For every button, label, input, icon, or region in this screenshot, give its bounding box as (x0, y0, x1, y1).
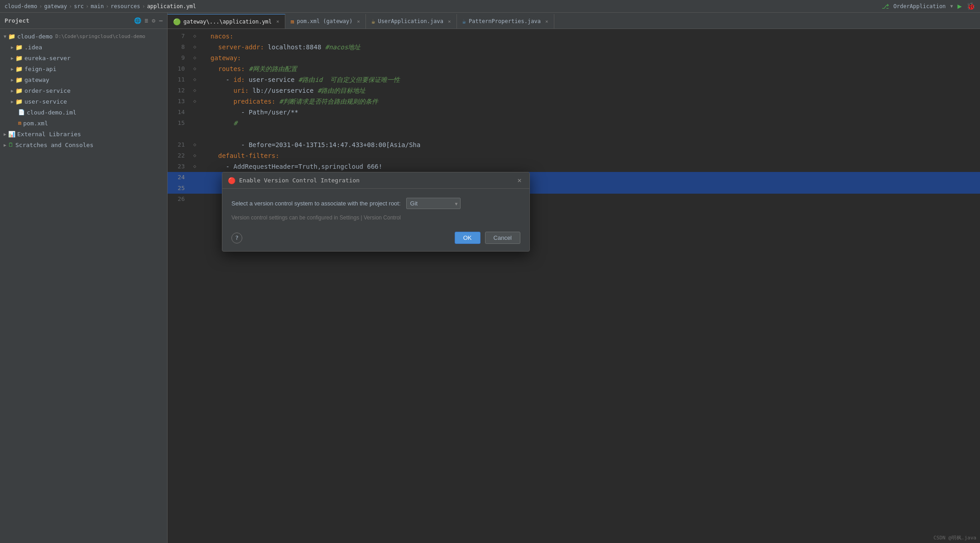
dialog-select-wrapper[interactable]: Git Mercurial Subversion (406, 198, 461, 209)
vcs-select[interactable]: Git Mercurial Subversion (406, 198, 461, 209)
dialog-close-button[interactable]: × (515, 176, 524, 185)
dialog-title: Enable Version Control Integration (239, 177, 515, 184)
dialog-select-row: Select a version control system to assoc… (231, 198, 520, 209)
vcs-dialog: 🔴 Enable Version Control Integration × S… (222, 172, 530, 252)
dialog-footer: ? OK Cancel (231, 228, 520, 244)
dialog-vcs-icon: 🔴 (228, 177, 235, 184)
dialog-select-label: Select a version control system to assoc… (231, 200, 401, 207)
dialog-body: Select a version control system to assoc… (222, 189, 529, 251)
dialog-help-button[interactable]: ? (231, 233, 242, 243)
dialog-overlay: 🔴 Enable Version Control Integration × S… (0, 0, 980, 543)
dialog-titlebar: 🔴 Enable Version Control Integration × (222, 172, 529, 189)
dialog-cancel-button[interactable]: Cancel (485, 232, 520, 244)
dialog-hint: Version control settings can be configur… (231, 214, 520, 221)
dialog-ok-button[interactable]: OK (455, 232, 480, 244)
